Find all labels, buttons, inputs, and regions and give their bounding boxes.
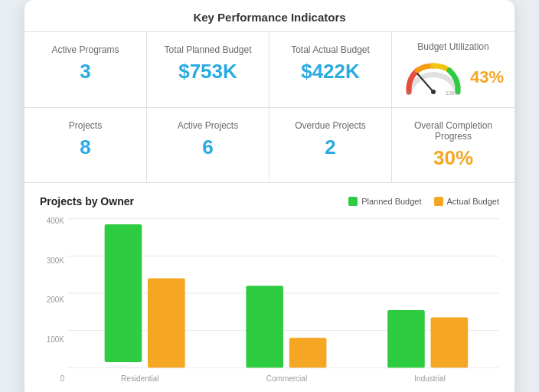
kpi-actual-budget-label: Total Actual Budget	[279, 44, 382, 55]
chart-header: Projects by Owner Planned Budget Actual …	[40, 195, 499, 207]
kpi-overdue-projects-label: Overdue Projects	[279, 120, 382, 131]
legend-planned: Planned Budget	[348, 197, 421, 206]
kpi-completion-progress-label: Overall Completion Progress	[401, 120, 505, 142]
x-label-commercial: Commercial	[266, 374, 307, 383]
kpi-overdue-projects-value: 2	[279, 136, 382, 159]
kpi-planned-budget-label: Total Planned Budget	[156, 44, 260, 55]
kpi-section: Key Performance Indicators Active Progra…	[24, 0, 514, 183]
y-axis-labels: 400K 300K 200K 100K 0	[40, 217, 64, 383]
kpi-actual-budget: Total Actual Budget $422K	[270, 32, 392, 107]
bar-residential-planned	[105, 224, 142, 362]
kpi-active-projects-value: 6	[156, 136, 260, 159]
bar-commercial-planned	[246, 286, 283, 368]
gauge-svg: 0 100%	[403, 57, 464, 98]
kpi-active-programs-value: 3	[34, 60, 137, 83]
svg-text:100%: 100%	[446, 90, 459, 95]
gauge-container: 0 100% 43%	[403, 57, 504, 98]
chart-title: Projects by Owner	[40, 195, 134, 207]
kpi-overdue-projects: Overdue Projects 2	[270, 108, 392, 182]
kpi-active-programs-label: Active Programs	[34, 44, 137, 55]
kpi-title: Key Performance Indicators	[24, 0, 514, 32]
kpi-projects-label: Projects	[34, 120, 137, 131]
x-axis-labels: Residential Commercial Industrial	[67, 374, 499, 383]
kpi-active-projects-label: Active Projects	[156, 120, 260, 131]
x-label-industrial: Industrial	[414, 374, 446, 383]
bar-commercial-actual	[289, 338, 327, 368]
dashboard-card: Key Performance Indicators Active Progra…	[24, 0, 514, 392]
kpi-active-programs: Active Programs 3	[24, 32, 147, 107]
chart-wrapper: 400K 300K 200K 100K 0	[67, 217, 499, 383]
kpi-planned-budget-value: $753K	[156, 60, 260, 83]
kpi-budget-utilization-label: Budget Utilization	[417, 41, 488, 52]
kpi-budget-utilization: Budget Utilization	[392, 32, 514, 107]
svg-text:0: 0	[407, 90, 410, 95]
bar-industrial-actual	[431, 318, 469, 368]
legend-planned-label: Planned Budget	[361, 197, 421, 206]
bar-industrial-planned	[387, 310, 425, 368]
x-label-residential: Residential	[121, 374, 158, 383]
chart-legend: Planned Budget Actual Budget	[348, 197, 499, 206]
kpi-row-2: Projects 8 Active Projects 6 Overdue Pro…	[24, 108, 514, 183]
kpi-row-1: Active Programs 3 Total Planned Budget $…	[24, 32, 514, 108]
kpi-active-projects: Active Projects 6	[147, 108, 270, 182]
kpi-budget-utilization-value: 43%	[470, 67, 504, 87]
kpi-completion-progress: Overall Completion Progress 30%	[392, 108, 514, 182]
bar-chart-svg	[67, 217, 499, 370]
legend-planned-dot	[348, 197, 358, 206]
kpi-projects-value: 8	[34, 136, 137, 159]
bar-residential-actual	[148, 279, 185, 368]
svg-point-1	[431, 90, 436, 94]
kpi-planned-budget: Total Planned Budget $753K	[147, 32, 270, 107]
chart-section: Projects by Owner Planned Budget Actual …	[24, 183, 514, 392]
legend-actual-dot	[434, 197, 443, 206]
kpi-completion-progress-value: 30%	[401, 146, 505, 170]
legend-actual: Actual Budget	[434, 197, 500, 206]
legend-actual-label: Actual Budget	[447, 197, 500, 206]
kpi-actual-budget-value: $422K	[279, 60, 382, 83]
kpi-projects: Projects 8	[24, 108, 147, 182]
